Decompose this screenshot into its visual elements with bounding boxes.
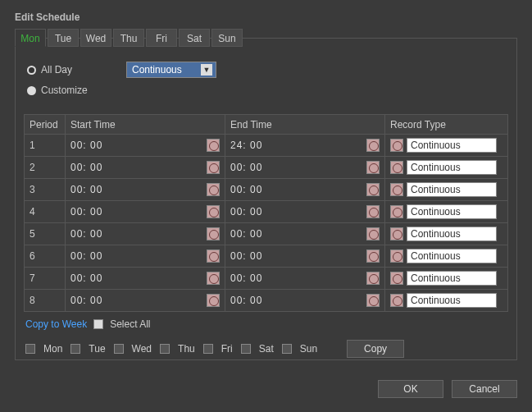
header-end: End Time bbox=[225, 115, 385, 135]
clock-icon[interactable] bbox=[366, 227, 380, 240]
table-row: 600: 0000: 00 bbox=[25, 245, 508, 268]
tab-mon[interactable]: Mon bbox=[15, 29, 46, 47]
clock-icon[interactable] bbox=[390, 205, 403, 218]
table-row: 800: 0000: 00 bbox=[25, 290, 508, 312]
select-all-checkbox[interactable] bbox=[93, 319, 103, 329]
copy-mon-checkbox[interactable] bbox=[25, 344, 35, 354]
periods-table: Period Start Time End Time Record Type 1… bbox=[24, 114, 508, 312]
day-tabs: Mon Tue Wed Thu Fri Sat Sun bbox=[15, 29, 243, 47]
start-time-value: 00: 00 bbox=[70, 228, 102, 240]
copy-button[interactable]: Copy bbox=[347, 340, 404, 358]
clock-icon[interactable] bbox=[366, 205, 380, 218]
period-cell: 4 bbox=[25, 201, 66, 223]
clock-icon[interactable] bbox=[207, 272, 220, 285]
period-cell: 1 bbox=[25, 135, 66, 157]
record-type-input[interactable] bbox=[407, 182, 497, 197]
tab-wed[interactable]: Wed bbox=[80, 29, 111, 47]
copy-thu-label: Thu bbox=[178, 343, 195, 355]
table-row: 100: 0024: 00 bbox=[25, 135, 508, 157]
clock-icon[interactable] bbox=[207, 227, 220, 240]
record-type-select-value: Continuous bbox=[132, 64, 182, 76]
end-time-value: 00: 00 bbox=[230, 272, 262, 284]
start-time-cell: 00: 00 bbox=[66, 245, 225, 268]
copy-thu-checkbox[interactable] bbox=[160, 344, 170, 354]
ok-button[interactable]: OK bbox=[378, 380, 443, 398]
start-time-value: 00: 00 bbox=[70, 272, 102, 284]
record-type-cell bbox=[385, 179, 508, 201]
record-type-input[interactable] bbox=[407, 204, 497, 219]
clock-icon[interactable] bbox=[390, 249, 403, 263]
copy-day-checks: Mon Tue Wed Thu Fri Sat Sun Copy bbox=[25, 340, 507, 358]
end-time-cell: 00: 00 bbox=[225, 290, 385, 312]
all-day-radio[interactable] bbox=[27, 66, 36, 75]
table-row: 200: 0000: 00 bbox=[25, 157, 508, 179]
clock-icon[interactable] bbox=[390, 139, 403, 152]
record-type-input[interactable] bbox=[407, 227, 497, 241]
copy-sat-checkbox[interactable] bbox=[241, 344, 251, 354]
end-time-cell: 00: 00 bbox=[225, 268, 385, 290]
clock-icon[interactable] bbox=[366, 161, 380, 174]
period-cell: 3 bbox=[25, 179, 66, 201]
tab-tue[interactable]: Tue bbox=[48, 29, 79, 47]
clock-icon[interactable] bbox=[390, 227, 403, 240]
tab-sat[interactable]: Sat bbox=[179, 29, 210, 47]
clock-icon[interactable] bbox=[366, 294, 380, 307]
start-time-value: 00: 00 bbox=[70, 250, 102, 262]
record-type-input[interactable] bbox=[407, 138, 497, 153]
start-time-cell: 00: 00 bbox=[66, 135, 225, 157]
clock-icon[interactable] bbox=[207, 249, 220, 263]
clock-icon[interactable] bbox=[366, 272, 380, 285]
clock-icon[interactable] bbox=[390, 294, 403, 307]
record-type-cell bbox=[385, 290, 508, 312]
copy-tue-checkbox[interactable] bbox=[70, 344, 80, 354]
start-time-cell: 00: 00 bbox=[66, 179, 225, 201]
copy-to-week-link[interactable]: Copy to Week bbox=[25, 318, 87, 330]
record-type-select[interactable]: Continuous ▼ bbox=[126, 62, 216, 78]
end-time-cell: 24: 00 bbox=[225, 135, 385, 157]
tab-fri[interactable]: Fri bbox=[146, 29, 177, 47]
copy-wed-checkbox[interactable] bbox=[114, 344, 124, 354]
clock-icon[interactable] bbox=[207, 205, 220, 218]
copy-sat-label: Sat bbox=[259, 343, 274, 355]
dropdown-arrow-icon: ▼ bbox=[201, 64, 212, 76]
period-cell: 5 bbox=[25, 223, 66, 245]
end-time-cell: 00: 00 bbox=[225, 157, 385, 179]
tab-sun[interactable]: Sun bbox=[211, 29, 243, 47]
mode-block: All Day Continuous ▼ Customize bbox=[24, 47, 508, 111]
clock-icon[interactable] bbox=[207, 183, 220, 196]
copy-tue-label: Tue bbox=[89, 343, 105, 355]
end-time-cell: 00: 00 bbox=[225, 223, 385, 245]
clock-icon[interactable] bbox=[366, 139, 380, 152]
clock-icon[interactable] bbox=[207, 139, 220, 152]
table-row: 300: 0000: 00 bbox=[25, 179, 508, 201]
copy-fri-label: Fri bbox=[221, 343, 233, 355]
period-cell: 6 bbox=[25, 245, 66, 268]
cancel-button[interactable]: Cancel bbox=[452, 380, 517, 398]
start-time-cell: 00: 00 bbox=[66, 290, 225, 312]
clock-icon[interactable] bbox=[390, 161, 403, 174]
clock-icon[interactable] bbox=[207, 294, 220, 307]
copy-sun-checkbox[interactable] bbox=[282, 344, 292, 354]
all-day-label: All Day bbox=[41, 64, 72, 76]
start-time-value: 00: 00 bbox=[70, 184, 102, 195]
clock-icon[interactable] bbox=[390, 272, 403, 285]
clock-icon[interactable] bbox=[366, 249, 380, 263]
end-time-cell: 00: 00 bbox=[225, 201, 385, 223]
dialog-footer: OK Cancel bbox=[15, 380, 517, 398]
record-type-input[interactable] bbox=[407, 271, 497, 286]
copy-fri-checkbox[interactable] bbox=[203, 344, 213, 354]
start-time-value: 00: 00 bbox=[70, 295, 102, 306]
end-time-cell: 00: 00 bbox=[225, 179, 385, 201]
copy-wed-label: Wed bbox=[132, 343, 152, 355]
clock-icon[interactable] bbox=[366, 183, 380, 196]
header-period: Period bbox=[25, 115, 66, 135]
tab-thu[interactable]: Thu bbox=[113, 29, 144, 47]
clock-icon[interactable] bbox=[207, 161, 220, 174]
customize-label: Customize bbox=[41, 85, 88, 96]
clock-icon[interactable] bbox=[390, 183, 403, 196]
record-type-input[interactable] bbox=[407, 160, 497, 175]
end-time-value: 00: 00 bbox=[230, 162, 262, 173]
record-type-input[interactable] bbox=[407, 293, 497, 308]
record-type-input[interactable] bbox=[407, 249, 497, 263]
customize-radio[interactable] bbox=[27, 86, 36, 95]
